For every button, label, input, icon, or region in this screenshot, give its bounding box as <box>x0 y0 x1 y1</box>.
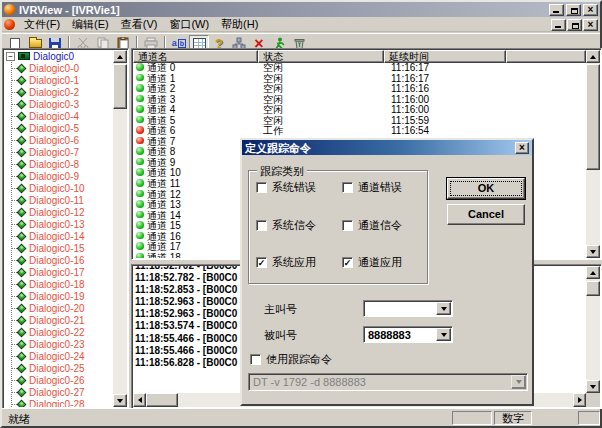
tree-item[interactable]: Dialogic0-14 <box>4 230 113 242</box>
minimize-button[interactable] <box>549 4 564 16</box>
trace-checkbox[interactable]: ✓通道应用 <box>342 255 402 270</box>
menu-item-2[interactable]: 查看(V) <box>115 18 164 31</box>
scroll-up-button[interactable] <box>586 50 600 63</box>
menu-item-0[interactable]: 文件(F) <box>18 18 66 31</box>
device-gem-icon <box>17 315 27 325</box>
called-number-combobox[interactable]: 8888883 <box>363 326 453 343</box>
tree-item[interactable]: Dialogic0-13 <box>4 218 113 230</box>
trace-checkbox[interactable]: 通道信令 <box>342 218 402 233</box>
tree-root-item[interactable]: − Dialogic0 <box>4 50 113 62</box>
column-header-2[interactable]: 状态 <box>258 50 383 63</box>
device-gem-icon <box>17 279 27 289</box>
tree-item[interactable]: Dialogic0-25 <box>4 362 113 374</box>
tree-item[interactable]: Dialogic0-6 <box>4 134 113 146</box>
tree-item[interactable]: Dialogic0-15 <box>4 242 113 254</box>
close-button[interactable]: × <box>583 4 598 16</box>
tree-item[interactable]: Dialogic0-10 <box>4 182 113 194</box>
scrollbar-thumb[interactable] <box>586 64 600 170</box>
channel-row[interactable]: 通道 5空闲11:15:59 <box>133 116 586 127</box>
tree-item[interactable]: Dialogic0-0 <box>4 62 113 74</box>
calling-number-combobox[interactable] <box>363 300 453 317</box>
tree-item[interactable]: Dialogic0-4 <box>4 110 113 122</box>
checkbox-icon[interactable] <box>250 354 261 365</box>
trace-checkbox[interactable]: 系统信令 <box>256 218 316 233</box>
tree-item[interactable]: Dialogic0-16 <box>4 254 113 266</box>
scroll-down-button[interactable] <box>113 394 127 407</box>
mdi-minimize-button[interactable] <box>551 19 566 31</box>
checkbox-icon[interactable] <box>342 220 353 231</box>
tree-item[interactable]: Dialogic0-20 <box>4 302 113 314</box>
checkbox-icon[interactable] <box>256 220 267 231</box>
trace-checkbox[interactable]: 通道错误 <box>342 180 402 195</box>
cancel-button[interactable]: Cancel <box>447 204 525 225</box>
tree-item[interactable]: Dialogic0-24 <box>4 350 113 362</box>
tree-item[interactable]: Dialogic0-9 <box>4 170 113 182</box>
trace-checkbox[interactable]: 系统错误 <box>256 180 316 195</box>
scrollbar-thumb[interactable] <box>113 64 127 109</box>
checkbox-icon[interactable] <box>256 182 267 193</box>
use-trace-command-checkbox[interactable]: 使用跟踪命令 <box>250 352 332 367</box>
mdi-restore-button[interactable] <box>567 19 582 31</box>
tree-item[interactable]: Dialogic0-28 <box>4 398 113 407</box>
device-gem-icon <box>17 183 27 193</box>
tree-scrollbar[interactable] <box>113 50 127 407</box>
tree-item[interactable]: Dialogic0-19 <box>4 290 113 302</box>
trace-checkbox-label: 通道应用 <box>358 255 402 270</box>
tree-item[interactable]: Dialogic0-8 <box>4 158 113 170</box>
scroll-up-button[interactable] <box>113 50 127 63</box>
trace-checkbox[interactable]: ✓系统应用 <box>256 255 316 270</box>
channel-row[interactable]: 通道 6工作11:16:54 <box>133 126 586 137</box>
scroll-left-button[interactable] <box>133 393 146 407</box>
column-header-1[interactable]: 通道名 <box>133 50 258 63</box>
tree-item[interactable]: Dialogic0-26 <box>4 374 113 386</box>
channel-row[interactable]: 通道 3空闲11:16:00 <box>133 95 586 106</box>
tree-item[interactable]: Dialogic0-17 <box>4 266 113 278</box>
tree-item[interactable]: Dialogic0-3 <box>4 98 113 110</box>
dialog-close-button[interactable]: × <box>515 142 529 154</box>
checkbox-icon[interactable]: ✓ <box>342 257 353 268</box>
close-icon: × <box>588 5 594 14</box>
mdi-close-button[interactable]: × <box>583 19 598 31</box>
channel-name: 通道 11 <box>147 179 180 190</box>
tree-item[interactable]: Dialogic0-12 <box>4 206 113 218</box>
column-header-3[interactable]: 延续时间 <box>384 50 506 63</box>
dropdown-button[interactable] <box>436 328 451 341</box>
tree-item[interactable]: Dialogic0-7 <box>4 146 113 158</box>
scroll-up-button[interactable] <box>586 266 600 279</box>
log-vscrollbar[interactable] <box>586 266 600 393</box>
scroll-right-button[interactable] <box>573 393 586 407</box>
collapse-icon[interactable]: − <box>6 52 15 61</box>
menu-item-1[interactable]: 编辑(E) <box>66 18 115 31</box>
scrollbar-thumb[interactable] <box>586 281 600 296</box>
status-led-icon <box>136 242 144 250</box>
tree-item[interactable]: Dialogic0-27 <box>4 386 113 398</box>
restore-button[interactable] <box>566 4 581 16</box>
tree-item[interactable]: Dialogic0-1 <box>4 74 113 86</box>
mdi-child-icon[interactable] <box>4 19 15 30</box>
tree-item[interactable]: Dialogic0-11 <box>4 194 113 206</box>
scroll-down-button[interactable] <box>586 245 600 258</box>
checkbox-icon[interactable]: ✓ <box>256 257 267 268</box>
tree-item[interactable]: Dialogic0-22 <box>4 326 113 338</box>
channel-row[interactable]: 通道 4空闲11:16:00 <box>133 105 586 116</box>
tree-item-label: Dialogic0-24 <box>29 351 85 362</box>
list-scrollbar[interactable] <box>586 50 600 258</box>
tree-item[interactable]: Dialogic0-21 <box>4 314 113 326</box>
tree-item[interactable]: Dialogic0-23 <box>4 338 113 350</box>
chevron-down-icon <box>516 380 522 384</box>
menu-item-4[interactable]: 帮助(H) <box>215 18 264 31</box>
tree-item[interactable]: Dialogic0-2 <box>4 86 113 98</box>
scrollbar-thumb[interactable] <box>146 393 178 407</box>
channel-row[interactable]: 通道 2空闲11:16:16 <box>133 84 586 95</box>
channel-row[interactable]: 通道 1空闲11:16:17 <box>133 74 586 85</box>
column-header-4[interactable] <box>506 50 586 63</box>
dropdown-button[interactable] <box>436 302 451 315</box>
tree-item[interactable]: Dialogic0-18 <box>4 278 113 290</box>
tree-item-label: Dialogic0-23 <box>29 339 85 350</box>
tree-item[interactable]: Dialogic0-5 <box>4 122 113 134</box>
channel-row[interactable]: 通道 0空闲11:16:17 <box>133 63 586 74</box>
menu-item-3[interactable]: 窗口(W) <box>163 18 215 31</box>
scroll-down-button[interactable] <box>586 380 600 393</box>
checkbox-icon[interactable] <box>342 182 353 193</box>
ok-button[interactable]: OK <box>447 178 525 199</box>
